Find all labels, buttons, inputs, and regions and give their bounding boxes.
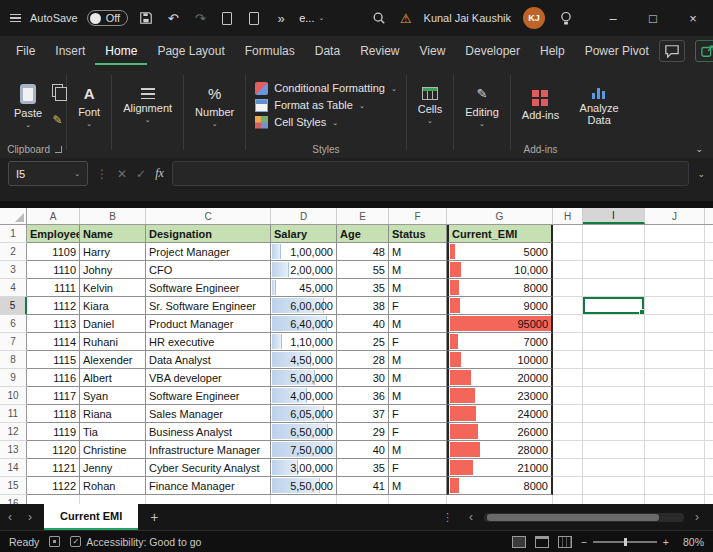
cell-A16[interactable] bbox=[27, 495, 80, 504]
menu-insert[interactable]: Insert bbox=[45, 37, 95, 65]
cell-D13[interactable]: 7,50,000 bbox=[271, 441, 337, 459]
alignment-button[interactable]: Alignment ⌄ bbox=[115, 86, 180, 124]
cell-D12[interactable]: 6,50,000 bbox=[271, 423, 337, 441]
cell-F5[interactable]: F bbox=[389, 297, 447, 315]
number-button[interactable]: % Number ⌄ bbox=[187, 83, 242, 128]
cell-E7[interactable]: 25 bbox=[337, 333, 389, 351]
search-icon[interactable] bbox=[370, 8, 388, 28]
cell-B7[interactable]: Ruhani bbox=[80, 333, 146, 351]
tabbar-dots-icon[interactable]: ⋮ bbox=[434, 511, 461, 524]
cell-I3[interactable] bbox=[583, 261, 645, 279]
autosave-toggle[interactable]: Off bbox=[87, 10, 128, 26]
cell-J14[interactable] bbox=[645, 459, 705, 477]
cell-C4[interactable]: Software Engineer bbox=[146, 279, 271, 297]
cell-F8[interactable]: M bbox=[389, 351, 447, 369]
cell-J11[interactable] bbox=[645, 405, 705, 423]
row-header-15[interactable]: 15 bbox=[0, 477, 27, 495]
formula-input[interactable] bbox=[172, 161, 690, 186]
cell-J10[interactable] bbox=[645, 387, 705, 405]
cell-A5[interactable]: 1112 bbox=[27, 297, 80, 315]
cell-C8[interactable]: Data Analyst bbox=[146, 351, 271, 369]
cell-D2[interactable]: 1,00,000 bbox=[271, 243, 337, 261]
zoom-slider-knob[interactable] bbox=[624, 538, 627, 546]
cell-F2[interactable]: M bbox=[389, 243, 447, 261]
row-header-12[interactable]: 12 bbox=[0, 423, 27, 441]
cell-C3[interactable]: CFO bbox=[146, 261, 271, 279]
cell-B16[interactable] bbox=[80, 495, 146, 504]
cell-C16[interactable] bbox=[146, 495, 271, 504]
cell-A14[interactable]: 1121 bbox=[27, 459, 80, 477]
confirm-entry-icon[interactable]: ✓ bbox=[136, 167, 146, 181]
cell-C7[interactable]: HR executive bbox=[146, 333, 271, 351]
row-header-13[interactable]: 13 bbox=[0, 441, 27, 459]
cell-A9[interactable]: 1116 bbox=[27, 369, 80, 387]
cell-J1[interactable] bbox=[645, 225, 705, 243]
cell-D9[interactable]: 5,00,000 bbox=[271, 369, 337, 387]
cell-B14[interactable]: Jenny bbox=[80, 459, 146, 477]
cell-B9[interactable]: Albert bbox=[80, 369, 146, 387]
cell-B6[interactable]: Daniel bbox=[80, 315, 146, 333]
cell-C5[interactable]: Sr. Software Engineer bbox=[146, 297, 271, 315]
cell-B1[interactable]: Name bbox=[80, 225, 146, 243]
cell-F15[interactable]: M bbox=[389, 477, 447, 495]
cell-J7[interactable] bbox=[645, 333, 705, 351]
cell-A3[interactable]: 1110 bbox=[27, 261, 80, 279]
column-header-D[interactable]: D bbox=[271, 208, 337, 224]
row-header-3[interactable]: 3 bbox=[0, 261, 27, 279]
cells-button[interactable]: Cells ⌄ bbox=[410, 85, 450, 125]
cell-G16[interactable] bbox=[447, 495, 553, 504]
cell-G11[interactable]: 24000 bbox=[447, 405, 553, 423]
cell-B15[interactable]: Rohan bbox=[80, 477, 146, 495]
font-button[interactable]: A Font ⌄ bbox=[70, 83, 108, 128]
dialog-launcher-icon[interactable] bbox=[55, 146, 62, 153]
cell-I10[interactable] bbox=[583, 387, 645, 405]
row-header-9[interactable]: 9 bbox=[0, 369, 27, 387]
workbook-name-menu[interactable]: e... ⌄ bbox=[299, 12, 324, 24]
scroll-right-arrow[interactable]: › bbox=[687, 510, 707, 524]
cell-E16[interactable] bbox=[337, 495, 389, 504]
cell-I5[interactable] bbox=[583, 297, 645, 315]
row-header-1[interactable]: 1 bbox=[0, 225, 27, 243]
cell-J9[interactable] bbox=[645, 369, 705, 387]
cell-B13[interactable]: Christine bbox=[80, 441, 146, 459]
menu-help[interactable]: Help bbox=[530, 37, 575, 65]
cell-E1[interactable]: Age bbox=[337, 225, 389, 243]
cell-H6[interactable] bbox=[553, 315, 583, 333]
copy-button[interactable] bbox=[52, 83, 63, 101]
column-header-H[interactable]: H bbox=[553, 208, 583, 224]
cell-B10[interactable]: Syan bbox=[80, 387, 146, 405]
select-all-corner[interactable] bbox=[0, 208, 27, 224]
cell-A7[interactable]: 1114 bbox=[27, 333, 80, 351]
cell-E8[interactable]: 28 bbox=[337, 351, 389, 369]
cell-E9[interactable]: 30 bbox=[337, 369, 389, 387]
undo-icon[interactable]: ↶ bbox=[164, 8, 182, 28]
cell-A2[interactable]: 1109 bbox=[27, 243, 80, 261]
cell-D7[interactable]: 1,10,000 bbox=[271, 333, 337, 351]
row-header-16[interactable]: 16 bbox=[0, 495, 27, 504]
zoom-in-icon[interactable]: + bbox=[663, 536, 669, 548]
menu-power-pivot[interactable]: Power Pivot bbox=[575, 37, 659, 65]
cell-D4[interactable]: 45,000 bbox=[271, 279, 337, 297]
column-header-E[interactable]: E bbox=[337, 208, 389, 224]
menu-formulas[interactable]: Formulas bbox=[235, 37, 305, 65]
row-header-11[interactable]: 11 bbox=[0, 405, 27, 423]
cell-D15[interactable]: 5,50,000 bbox=[271, 477, 337, 495]
minimize-button[interactable]: – bbox=[593, 0, 633, 36]
cell-G3[interactable]: 10,000 bbox=[447, 261, 553, 279]
cell-H7[interactable] bbox=[553, 333, 583, 351]
cell-F4[interactable]: M bbox=[389, 279, 447, 297]
cell-F6[interactable]: M bbox=[389, 315, 447, 333]
cell-A10[interactable]: 1117 bbox=[27, 387, 80, 405]
column-header-J[interactable]: J bbox=[645, 208, 705, 224]
cell-D3[interactable]: 2,00,000 bbox=[271, 261, 337, 279]
cell-C11[interactable]: Sales Manager bbox=[146, 405, 271, 423]
collapse-ribbon-chevron[interactable]: ⌄ bbox=[695, 144, 703, 154]
cell-E11[interactable]: 37 bbox=[337, 405, 389, 423]
cell-G12[interactable]: 26000 bbox=[447, 423, 553, 441]
cell-I12[interactable] bbox=[583, 423, 645, 441]
close-button[interactable]: × bbox=[673, 0, 713, 36]
cell-C13[interactable]: Infrastructure Manager bbox=[146, 441, 271, 459]
cell-H13[interactable] bbox=[553, 441, 583, 459]
comments-button[interactable] bbox=[659, 40, 685, 62]
row-header-5[interactable]: 5 bbox=[0, 297, 27, 315]
